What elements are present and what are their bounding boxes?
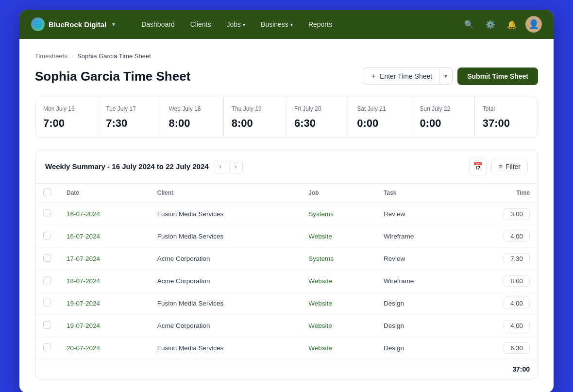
col-task: Task [376,184,460,203]
gear-icon[interactable]: ⚙️ [483,17,498,32]
row-time: 4.00 [460,225,538,247]
plus-icon: ＋ [370,72,377,81]
nav-dashboard[interactable]: Dashboard [135,17,182,32]
table-row: 18-07-2024 Acme Corporation Website Wire… [35,270,538,292]
time-badge: 3.00 [504,208,530,220]
row-checkbox[interactable] [43,232,51,239]
table-footer-row: 37:00 [35,359,538,379]
row-checkbox-cell [35,337,59,359]
table-header-row: Date Client Job Task Time [35,184,538,203]
time-badge: 4.00 [504,231,530,242]
row-task: Design [376,314,460,337]
nav-icons: 🔍 ⚙️ 🔔 👤 [461,16,542,33]
row-time: 6.30 [460,337,538,359]
calendar-button[interactable]: 📅 [469,158,487,175]
row-job: Website [301,292,376,314]
row-client: Fusion Media Services [150,203,301,225]
row-checkbox[interactable] [43,321,51,329]
row-task: Design [376,292,460,314]
nav-business[interactable]: Business ▾ [254,17,300,32]
row-job: Systems [301,203,376,225]
header-actions: ＋ Enter Time Sheet ▾ Submit Time Sheet [363,68,538,85]
day-card-fri-july-20: Fri July 20 6:30 [286,97,349,137]
row-task: Wireframe [376,270,460,292]
day-card-total: Total 37:00 [475,97,538,137]
select-all-checkbox[interactable] [43,188,51,196]
row-task: Design [376,337,460,359]
breadcrumb-separator: › [71,52,73,60]
day-card-wed-july-18: Wed July 18 8:00 [161,97,224,137]
weekly-title-section: Weekly Summary - 16 July 2024 to 22 July… [45,160,243,173]
time-badge: 4.00 [504,320,530,331]
row-date: 16-07-2024 [59,225,150,247]
row-time: 3.00 [460,203,538,225]
row-job: Website [301,225,376,247]
col-job: Job [301,184,376,203]
row-checkbox[interactable] [43,254,51,262]
time-badge: 8.00 [504,275,530,287]
search-icon[interactable]: 🔍 [461,17,477,32]
day-card-value: 0:00 [420,117,467,130]
breadcrumb-parent[interactable]: Timesheets [35,52,67,60]
nav-jobs-chevron-icon: ▾ [243,22,245,27]
row-client: Acme Corporation [150,270,301,292]
brand-icon: 🌐 [31,17,45,31]
weekly-prev-button[interactable]: ‹ [214,160,227,173]
submit-timesheet-button[interactable]: Submit Time Sheet [457,68,538,85]
weekly-title: Weekly Summary - 16 July 2024 to 22 July… [45,162,209,170]
day-card-mon-july-16: Mon July 16 7:00 [35,97,98,137]
nav-links: Dashboard Clients Jobs ▾ Business ▾ Repo… [135,17,461,32]
enter-time-dropdown-icon[interactable]: ▾ [439,69,452,84]
row-checkbox[interactable] [43,209,51,217]
row-date: 18-07-2024 [59,270,150,292]
row-client: Fusion Media Services [150,292,301,314]
day-card-value: 7:00 [43,117,90,130]
weekly-header: Weekly Summary - 16 July 2024 to 22 July… [35,150,538,184]
user-avatar[interactable]: 👤 [525,16,542,33]
enter-time-button-group: ＋ Enter Time Sheet ▾ [363,68,453,85]
col-time: Time [460,184,538,203]
day-card-thu-july-19: Thu July 19 8:00 [224,97,286,137]
row-time: 8.00 [460,270,538,292]
day-card-tue-july-17: Tue July 17 7:30 [98,97,161,137]
row-checkbox[interactable] [43,276,51,284]
row-date: 16-07-2024 [59,203,150,225]
time-badge: 7.30 [504,253,530,264]
row-checkbox-cell [35,292,59,314]
day-card-label: Fri July 20 [294,105,341,113]
nav-jobs[interactable]: Jobs ▾ [219,17,252,32]
weekly-next-button[interactable]: › [229,160,243,173]
navbar: 🌐 BlueRock Digital ▾ Dashboard Clients J… [19,10,554,39]
timesheet-table: Date Client Job Task Time 16-07-2024 Fus… [35,184,538,379]
row-task: Review [376,247,460,270]
row-checkbox-cell [35,203,59,225]
day-card-value: 37:00 [483,117,530,130]
row-checkbox-cell [35,225,59,247]
row-checkbox-cell [35,270,59,292]
table-row: 20-07-2024 Fusion Media Services Website… [35,337,538,359]
bell-icon[interactable]: 🔔 [504,17,520,32]
col-date: Date [59,184,150,203]
row-task: Review [376,203,460,225]
row-client: Acme Corporation [150,247,301,270]
weekly-summary: Weekly Summary - 16 July 2024 to 22 July… [35,150,538,379]
day-card-value: 8:00 [232,117,278,130]
brand-logo[interactable]: 🌐 BlueRock Digital ▾ [31,17,115,31]
day-card-value: 7:30 [106,117,152,130]
filter-icon: ≡ [499,163,503,170]
nav-reports[interactable]: Reports [302,17,339,32]
col-client: Client [150,184,301,203]
enter-time-button[interactable]: ＋ Enter Time Sheet [363,68,439,85]
nav-clients[interactable]: Clients [184,17,218,32]
table-row: 19-07-2024 Acme Corporation Website Desi… [35,314,538,337]
breadcrumb-current: Sophia Garcia Time Sheet [77,52,151,60]
row-time: 4.00 [460,292,538,314]
weekly-actions: 📅 ≡ Filter [469,158,528,175]
filter-button[interactable]: ≡ Filter [491,159,528,174]
row-checkbox[interactable] [43,299,51,307]
row-checkbox[interactable] [43,343,51,351]
day-card-value: 8:00 [169,117,216,130]
app-frame: 🌐 BlueRock Digital ▾ Dashboard Clients J… [19,10,554,392]
row-time: 4.00 [460,314,538,337]
row-date: 20-07-2024 [59,337,150,359]
